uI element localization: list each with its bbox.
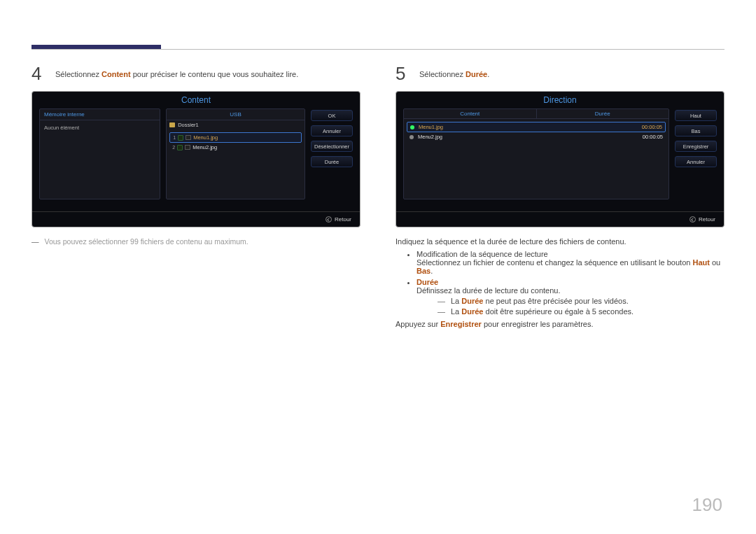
col-left: 4 Sélectionnez Content pour préciser le … — [31, 64, 360, 332]
col-right: 5 Sélectionnez Durée. Direction Content … — [396, 64, 724, 332]
content-columns: 4 Sélectionnez Content pour préciser le … — [31, 64, 724, 332]
retour-bar: Retour — [396, 211, 724, 227]
highlight-duree: Durée — [461, 297, 483, 305]
header-rule — [31, 49, 724, 50]
image-icon — [186, 135, 191, 140]
status-dot-icon — [410, 125, 414, 129]
t: Appuyez sur — [396, 320, 440, 328]
file-row[interactable]: 2 Menu2.jpg — [169, 143, 302, 152]
retour-label[interactable]: Retour — [699, 216, 715, 223]
highlight-duree: Durée — [465, 70, 487, 78]
text: La Durée doit être supérieure ou égale à… — [451, 307, 634, 316]
dash-icon: ― — [31, 237, 39, 246]
panel-direction: Direction Content Durée Menu1.jpg 00:00:… — [396, 91, 724, 227]
file-list: 1 Menu1.jpg 2 Menu2.jpg — [167, 129, 304, 155]
panel-body: Mémoire interne Aucun élément USB Dossie… — [32, 108, 360, 199]
highlight-haut: Haut — [692, 258, 709, 267]
sub-dash: ― La Durée ne peut pas être précisée pou… — [438, 297, 724, 305]
dash-icon: ― — [438, 307, 445, 316]
haut-button[interactable]: Haut — [675, 110, 717, 121]
annuler-button[interactable]: Annuler — [675, 156, 717, 167]
highlight-bas: Bas — [416, 267, 430, 275]
table-row[interactable]: Menu1.jpg 00:00:05 — [407, 122, 666, 132]
text: . — [430, 267, 433, 275]
t: doit être supérieure ou égale à 5 second… — [483, 307, 634, 316]
table-header: Content Durée — [404, 109, 668, 119]
bullet-sub: Sélectionnez un fichier de contenu et ch… — [416, 258, 724, 275]
paragraph: Indiquez la séquence et la durée de lect… — [396, 237, 724, 246]
duree-button[interactable]: Durée — [311, 156, 353, 167]
panel-body: Content Durée Menu1.jpg 00:00:05 Menu2.j… — [396, 108, 724, 199]
t: La — [451, 307, 461, 316]
bullet-title: Modification de la séquence de lecture — [416, 250, 724, 258]
col-duree: Durée — [536, 109, 669, 119]
tab-memoire-interne[interactable]: Mémoire interne — [40, 109, 160, 120]
annuler-button[interactable]: Annuler — [311, 125, 353, 136]
highlight-duree: Durée — [461, 307, 483, 316]
retour-label[interactable]: Retour — [335, 216, 351, 223]
panel-left-pane: Mémoire interne Aucun élément — [39, 108, 160, 199]
file-index: 2 — [171, 145, 175, 150]
page-number: 190 — [692, 494, 722, 516]
text: . — [487, 70, 489, 78]
t: La — [451, 297, 461, 305]
file-name: Menu2.jpg — [192, 144, 217, 150]
text: Sélectionnez un fichier de contenu et ch… — [416, 258, 692, 267]
row-list: Menu1.jpg 00:00:05 Menu2.jpg 00:00:05 — [404, 119, 668, 144]
row-name: Menu2.jpg — [418, 134, 638, 140]
retour-bar: Retour — [32, 211, 360, 227]
return-icon — [326, 216, 332, 223]
sub-dash: ― La Durée doit être supérieure ou égale… — [438, 307, 724, 316]
panel-mid-pane: USB Dossier1 1 Menu1.jpg 2 — [166, 108, 305, 199]
step-number: 5 — [396, 64, 410, 83]
paragraph: Appuyez sur Enregistrer pour enregistrer… — [396, 320, 724, 328]
deselectionner-button[interactable]: Désélectionner — [311, 141, 353, 152]
text: Sélectionnez — [419, 70, 465, 78]
return-icon — [690, 216, 696, 223]
text: pour préciser le contenu que vous souhai… — [131, 70, 299, 78]
t: ne peut pas être précisée pour les vidéo… — [483, 297, 628, 305]
row-name: Menu1.jpg — [419, 124, 638, 130]
highlight-enregistrer: Enregistrer — [440, 320, 482, 328]
ok-button[interactable]: OK — [311, 110, 353, 121]
image-icon — [185, 145, 190, 150]
step-text: Sélectionnez Durée. — [419, 64, 489, 78]
step-number: 4 — [31, 64, 46, 83]
bullet-title: Durée — [416, 278, 438, 286]
text: ou — [710, 258, 720, 267]
text: Sélectionnez — [55, 70, 102, 78]
panel-title: Direction — [396, 92, 724, 108]
enregistrer-button[interactable]: Enregistrer — [675, 141, 717, 152]
panel-content: Content Mémoire interne Aucun élément US… — [31, 91, 360, 227]
note: ― Vous pouvez sélectionner 99 fichiers d… — [31, 237, 360, 246]
row-time: 00:00:05 — [643, 134, 663, 140]
file-row[interactable]: 1 Menu1.jpg — [169, 132, 302, 143]
text: La Durée ne peut pas être précisée pour … — [451, 297, 629, 305]
t: pour enregistrer les paramètres. — [482, 320, 594, 328]
direction-table: Content Durée Menu1.jpg 00:00:05 Menu2.j… — [403, 108, 669, 199]
folder-name: Dossier1 — [178, 122, 199, 128]
dash-icon: ― — [438, 297, 445, 305]
bullet-list: Modification de la séquence de lecture S… — [396, 250, 724, 316]
panel-title: Content — [32, 92, 360, 108]
bas-button[interactable]: Bas — [675, 125, 717, 136]
empty-label: Aucun élément — [40, 120, 160, 135]
step-4: 4 Sélectionnez Content pour préciser le … — [31, 64, 360, 83]
folder-icon — [169, 122, 175, 127]
status-dot-icon — [410, 135, 414, 139]
list-item: Modification de la séquence de lecture S… — [416, 250, 724, 275]
file-index: 1 — [172, 135, 176, 140]
list-item: Durée Définissez la durée de lecture du … — [416, 278, 724, 316]
highlight-content: Content — [102, 70, 131, 78]
tab-usb[interactable]: USB — [167, 109, 304, 120]
checkbox-icon — [177, 145, 183, 150]
col-content: Content — [404, 109, 536, 119]
row-time: 00:00:05 — [642, 124, 662, 130]
bullet-sub: Définissez la durée de lecture du conten… — [416, 286, 724, 295]
folder-up[interactable]: Dossier1 — [167, 120, 304, 129]
table-row[interactable]: Menu2.jpg 00:00:05 — [407, 132, 666, 141]
checkbox-icon — [178, 135, 183, 141]
note-text: Vous pouvez sélectionner 99 fichiers de … — [45, 237, 248, 246]
step-5: 5 Sélectionnez Durée. — [396, 64, 724, 83]
file-name: Menu1.jpg — [193, 134, 218, 141]
